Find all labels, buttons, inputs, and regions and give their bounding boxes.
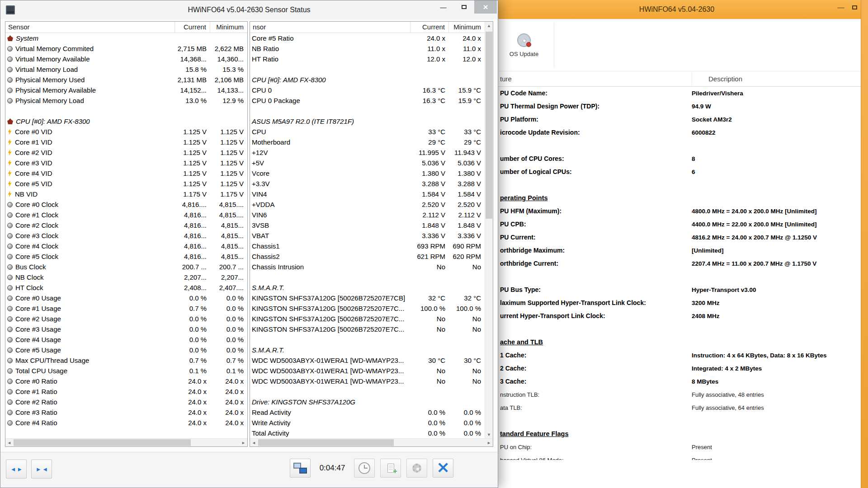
feature-row[interactable]: PU Code Name:Piledriver/Vishera <box>493 87 861 100</box>
os-update-button[interactable]: OS Update <box>496 23 552 67</box>
sensor-row[interactable]: Core #3 Clock4,816...4,815... <box>5 230 247 241</box>
sensor-row[interactable]: Core #4 Ratio24.0 x24.0 x <box>5 418 247 428</box>
sensor-row[interactable]: NB Clock2,207...2,207... <box>5 272 247 282</box>
sensor-group-row[interactable]: Drive: KINGSTON SHFS37A120G <box>250 397 485 407</box>
sensor-row[interactable]: WDC WD5003ABYX-01WERA1 [WD-WMAYP23...30 … <box>250 355 485 366</box>
scroll-up-arrow[interactable]: ▲ <box>485 22 493 29</box>
minimize-button[interactable]: — <box>836 3 846 12</box>
description-column-header[interactable]: Description <box>692 71 861 86</box>
sensor-row[interactable]: KINGSTON SHFS37A120G [50026B725207E7CB]3… <box>250 293 485 303</box>
sensor-group-row[interactable]: ASUS M5A97 R2.0 (ITE IT8721F) <box>250 116 485 127</box>
sensor-row[interactable]: Core #1 VID1.125 V1.125 V <box>5 137 247 147</box>
horizontal-scrollbar[interactable]: ◄ ► <box>5 438 247 446</box>
sensor-row[interactable]: Core #2 Ratio24.0 x24.0 x <box>5 397 247 407</box>
sensor-row[interactable]: Bus Clock200.7 ...200.7 ... <box>5 262 247 272</box>
sensor-row[interactable]: HT Clock2,408...2,407.... <box>5 282 247 293</box>
sensor-row[interactable]: Vcore1.380 V1.380 V <box>250 168 485 178</box>
collapse-columns-button[interactable]: ► ◄ <box>31 460 52 479</box>
sensor-row[interactable]: CPU 016.3 °C15.9 °C <box>250 85 485 95</box>
scroll-down-arrow[interactable]: ▼ <box>485 431 493 438</box>
sensor-row[interactable]: Chassis IntrusionNoNo <box>250 262 485 272</box>
sensor-row[interactable]: Chassis1693 RPM690 RPM <box>250 241 485 251</box>
scroll-right-arrow[interactable]: ► <box>485 439 493 446</box>
sensor-row[interactable]: Read Activity0.0 %0.0 % <box>250 407 485 418</box>
sensor-row[interactable]: VBAT3.336 V3.336 V <box>250 230 485 241</box>
remote-monitoring-button[interactable] <box>290 459 311 478</box>
sensor-row[interactable]: Max CPU/Thread Usage0.7 %0.7 % <box>5 355 247 366</box>
sensor-row[interactable]: WDC WD5003ABYX-01WERA1 [WD-WMAYP23...NoN… <box>250 366 485 376</box>
sensor-row[interactable]: +5V5.036 V5.036 V <box>250 158 485 168</box>
sensor-row[interactable]: Core #4 Usage0.0 %0.0 % <box>5 334 247 345</box>
feature-row[interactable]: PU on Chip:Present <box>493 441 861 454</box>
feature-row[interactable]: urrent Hyper-Transport Link Clock:2408 M… <box>493 310 861 323</box>
sensor-group-row[interactable]: S.M.A.R.T. <box>250 345 485 355</box>
sensor-row[interactable]: Core #2 VID1.125 V1.125 V <box>5 147 247 158</box>
sensor-row[interactable]: Core #3 VID1.125 V1.125 V <box>5 158 247 168</box>
sensor-row[interactable]: Core #5 VID1.125 V1.125 V <box>5 178 247 189</box>
sensor-row[interactable]: Core #2 Clock4,816...4,815... <box>5 220 247 230</box>
scrollbar-thumb[interactable] <box>258 439 394 446</box>
scroll-right-arrow[interactable]: ► <box>240 439 247 446</box>
feature-row[interactable]: ata TLB:Fully associative, 64 entries <box>493 401 861 414</box>
sensor-window-titlebar[interactable]: HWiNFO64 v5.04-2630 Sensor Status — × <box>0 0 498 19</box>
feature-row[interactable]: PU Current:4816.2 MHz = 24.00 x 200.7 MH… <box>493 231 861 244</box>
sensor-row[interactable]: WDC WD5003ABYX-01WERA1 [WD-WMAYP23...NoN… <box>250 376 485 386</box>
feature-row[interactable]: orthbridge Current:2207.4 MHz = 11.00 x … <box>493 257 861 270</box>
feature-row[interactable]: umber of CPU Cores:8 <box>493 152 861 165</box>
scroll-left-arrow[interactable]: ◄ <box>5 439 13 446</box>
sensor-row[interactable]: VIN41.584 V1.584 V <box>250 189 485 199</box>
sensor-row[interactable]: Physical Memory Used2,131 MB2,106 MB <box>5 75 247 85</box>
close-button[interactable]: × <box>474 0 497 14</box>
feature-row[interactable]: orthbridge Maximum:[Unlimited] <box>493 244 861 257</box>
scrollbar-thumb[interactable] <box>486 32 492 219</box>
column-header-minimum[interactable]: Minimum <box>449 22 485 33</box>
feature-row[interactable]: PU Platform:Socket AM3r2 <box>493 113 861 126</box>
feature-row[interactable]: PU Thermal Design Power (TDP):94.9 W <box>493 100 861 113</box>
sensor-row[interactable]: Core #1 Clock4,816...4,815.... <box>5 210 247 220</box>
feature-row[interactable]: PU CPB:4400.0 MHz = 22.00 x 200.0 MHz [U… <box>493 218 861 231</box>
scroll-left-arrow[interactable]: ◄ <box>250 439 258 446</box>
feature-row[interactable]: 3 Cache:8 MBytes <box>493 375 861 388</box>
feature-row[interactable]: PU Bus Type:Hyper-Transport v3.00 <box>493 283 861 296</box>
sensor-row[interactable]: +VDDA2.520 V2.520 V <box>250 199 485 210</box>
sensor-row[interactable]: Core #0 VID1.125 V1.125 V <box>5 127 247 137</box>
vertical-scrollbar[interactable]: ▲ ▼ <box>485 22 493 438</box>
feature-column-header[interactable]: ture <box>493 75 692 83</box>
sensor-row[interactable]: Write Activity0.0 %0.0 % <box>250 418 485 428</box>
sensor-row[interactable]: +12V11.995 V11.943 V <box>250 147 485 158</box>
feature-row[interactable]: nstruction TLB:Fully associative, 48 ent… <box>493 388 861 401</box>
sensor-row[interactable]: KINGSTON SHFS37A120G [50026B725207E7C...… <box>250 314 485 324</box>
horizontal-scrollbar[interactable]: ◄ ► <box>250 438 493 446</box>
expand-columns-button[interactable]: ◄ ► <box>6 460 27 479</box>
column-header-sensor[interactable]: nsor <box>250 22 410 33</box>
sensor-row[interactable]: VIN62.112 V2.112 V <box>250 210 485 220</box>
maximize-button[interactable] <box>453 0 474 14</box>
feature-section-row[interactable]: perating Points <box>493 192 861 205</box>
logging-button[interactable]: + <box>380 459 401 478</box>
minimize-button[interactable]: — <box>433 0 453 14</box>
sensor-row[interactable]: Total Activity0.0 %0.0 % <box>250 428 485 438</box>
sensor-row[interactable]: HT Ratio12.0 x12.0 x <box>250 54 485 64</box>
sensor-row[interactable]: +3.3V3.288 V3.288 V <box>250 178 485 189</box>
feature-row[interactable]: PU HFM (Maximum):4800.0 MHz = 24.00 x 20… <box>493 205 861 218</box>
sensor-row[interactable]: Core #3 Usage0.0 %0.0 % <box>5 324 247 334</box>
feature-row[interactable]: laximum Supported Hyper-Transport Link C… <box>493 296 861 310</box>
column-header-minimum[interactable]: Minimum <box>210 22 247 33</box>
sensor-row[interactable]: Core #0 Clock4,816....4,815.... <box>5 199 247 210</box>
main-window-titlebar[interactable]: HWiNFO64 v5.04-2630 — <box>493 0 861 19</box>
feature-row[interactable]: 1 Cache:Instruction: 4 x 64 KBytes, Data… <box>493 349 861 362</box>
sensor-row[interactable]: Core #1 Ratio24.0 x24.0 x <box>5 386 247 397</box>
sensor-row[interactable]: Core #5 Ratio24.0 x24.0 x <box>250 33 485 43</box>
feature-row[interactable]: hanced Virtual 86 Mode:Present <box>493 454 861 460</box>
sensor-row[interactable]: Motherboard29 °C29 °C <box>250 137 485 147</box>
sensor-row[interactable]: NB VID1.175 V1.175 V <box>5 189 247 199</box>
sensor-row[interactable]: Virtual Memory Commited2,715 MB2,622 MB <box>5 43 247 54</box>
sensor-group-row[interactable]: System <box>5 33 247 43</box>
feature-row[interactable]: umber of Logical CPUs:6 <box>493 165 861 178</box>
feature-section-row[interactable]: ache and TLB <box>493 336 861 349</box>
feature-section-row[interactable]: tandard Feature Flags <box>493 427 861 441</box>
close-sensors-button[interactable]: × <box>433 459 453 478</box>
sensor-row[interactable]: Core #2 Usage0.0 %0.0 % <box>5 314 247 324</box>
maximize-button[interactable] <box>852 5 857 9</box>
sensor-group-row[interactable]: S.M.A.R.T. <box>250 282 485 293</box>
